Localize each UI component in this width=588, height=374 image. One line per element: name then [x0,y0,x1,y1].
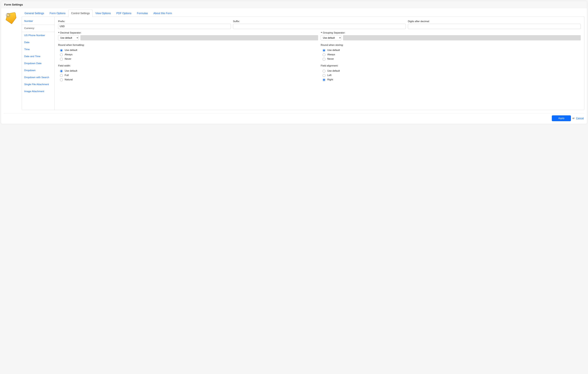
suffix-label: Suffix: [233,20,406,23]
sidebar-item-currency[interactable]: Currency [22,25,55,32]
settings-panel: Prefix: Suffix: Digits after decimal: [55,17,584,110]
sidebar-item-image-attachment[interactable]: Image Attachment [22,88,54,95]
dialog-title: Form Settings [1,1,587,8]
field-alignment-option-label: Right [327,78,333,81]
round-when-formatting-radio-always[interactable] [60,53,63,56]
round-when-formatting-option-use-default[interactable]: Use default [58,48,318,52]
field-width-label: Field width: [58,64,318,67]
grouping-separator-custom-input [343,35,581,40]
tab-form-options[interactable]: Form Options [47,10,68,17]
grouping-separator-label: Grouping Separator: [321,31,581,34]
round-when-formatting-option-label: Never [65,58,71,61]
sidebar-item-us-phone-number[interactable]: US Phone Number [22,32,54,39]
tab-formulas[interactable]: Formulas [134,10,151,17]
field-alignment-option-left[interactable]: Left [321,73,581,77]
decimal-separator-label: Decimal Separator: [58,31,318,34]
field-width-group: Field width:Use defaultFullNatural [58,63,318,82]
field-alignment-option-label: Left [327,74,331,77]
dialog-footer: Apply or Cancel [1,113,587,124]
field-width-radio-use-default[interactable] [60,70,63,72]
tab-control-settings[interactable]: Control Settings [68,10,93,17]
field-width-option-natural[interactable]: Natural [58,77,318,82]
apply-button[interactable]: Apply [552,115,571,121]
field-alignment-group: Field alignment:Use defaultLeftRight [321,63,581,82]
field-width-radio-natural[interactable] [60,79,63,81]
decimal-separator-select[interactable]: Use default [58,35,79,40]
sidebar-item-dropdown-date[interactable]: Dropdown Date [22,60,54,67]
form-settings-dialog: Form Settings General SettingsForm Optio… [1,1,587,124]
field-width-radio-full[interactable] [60,74,63,77]
field-width-option-label: Full [65,74,69,77]
round-when-storing-radio-always[interactable] [323,53,326,56]
tab-about-this-form[interactable]: About this Form [151,10,175,17]
round-when-storing-label: Round when storing: [321,44,581,47]
control-type-sidebar: NumberCurrencyUS Phone NumberDateTimeDat… [22,17,55,110]
round-when-formatting-option-always[interactable]: Always [58,52,318,57]
round-when-formatting-option-never[interactable]: Never [58,57,318,61]
field-alignment-radio-use-default[interactable] [323,70,326,72]
sidebar-item-date[interactable]: Date [22,39,54,46]
decimal-separator-custom-input [80,35,318,40]
round-when-formatting-label: Round when formatting: [58,44,318,47]
prefix-input[interactable] [58,24,231,29]
field-alignment-radio-right[interactable] [323,79,326,81]
cancel-link[interactable]: Cancel [576,117,584,120]
sidebar-item-number[interactable]: Number [22,18,54,25]
field-width-option-label: Natural [65,78,73,81]
sidebar-item-date-and-time[interactable]: Date and Time [22,53,54,60]
round-when-storing-option-label: Use default [327,49,340,52]
digits-after-decimal-input[interactable] [408,24,581,29]
suffix-input[interactable] [233,24,406,29]
tab-pdf-options[interactable]: PDF Options [114,10,134,17]
sidebar-item-single-file-attachment[interactable]: Single File Attachment [22,81,54,88]
tab-view-options[interactable]: View Options [93,10,114,17]
round-when-formatting-radio-use-default[interactable] [60,49,63,52]
field-width-option-use-default[interactable]: Use default [58,69,318,73]
round-when-storing-group: Round when storing:Use defaultAlwaysNeve… [321,42,581,61]
field-alignment-option-right[interactable]: Right [321,77,581,82]
field-alignment-radio-left[interactable] [323,74,326,77]
round-when-formatting-option-label: Always [65,53,73,56]
dialog-body: General SettingsForm OptionsControl Sett… [1,8,587,110]
field-alignment-option-use-default[interactable]: Use default [321,69,581,73]
round-when-storing-option-never[interactable]: Never [321,57,581,61]
tag-icon [5,11,17,24]
round-when-storing-option-use-default[interactable]: Use default [321,48,581,52]
footer-or-text: or [572,117,575,120]
round-when-storing-option-label: Always [327,53,335,56]
tab-general-settings[interactable]: General Settings [22,10,47,17]
round-when-formatting-option-label: Use default [65,49,77,52]
main-column: General SettingsForm OptionsControl Sett… [22,10,584,110]
sidebar-item-dropdown-with-search[interactable]: Dropdown with Search [22,74,54,81]
sidebar-item-dropdown[interactable]: Dropdown [22,67,54,74]
icon-column [4,10,20,110]
field-alignment-option-label: Use default [327,70,340,72]
round-when-storing-option-always[interactable]: Always [321,52,581,57]
digits-after-decimal-label: Digits after decimal: [408,20,581,23]
field-width-option-label: Use default [65,70,77,72]
sidebar-item-time[interactable]: Time [22,46,54,53]
field-width-option-full[interactable]: Full [58,73,318,77]
round-when-storing-option-label: Never [327,58,334,61]
tabs-row: General SettingsForm OptionsControl Sett… [22,10,584,17]
round-when-formatting-group: Round when formatting:Use defaultAlwaysN… [58,42,318,61]
round-when-storing-radio-use-default[interactable] [323,49,326,52]
round-when-formatting-radio-never[interactable] [60,58,63,61]
tab-content: NumberCurrencyUS Phone NumberDateTimeDat… [22,17,584,110]
round-when-storing-radio-never[interactable] [323,58,326,61]
grouping-separator-select[interactable]: Use default [321,35,341,40]
prefix-label: Prefix: [58,20,231,23]
field-alignment-label: Field alignment: [321,64,581,67]
